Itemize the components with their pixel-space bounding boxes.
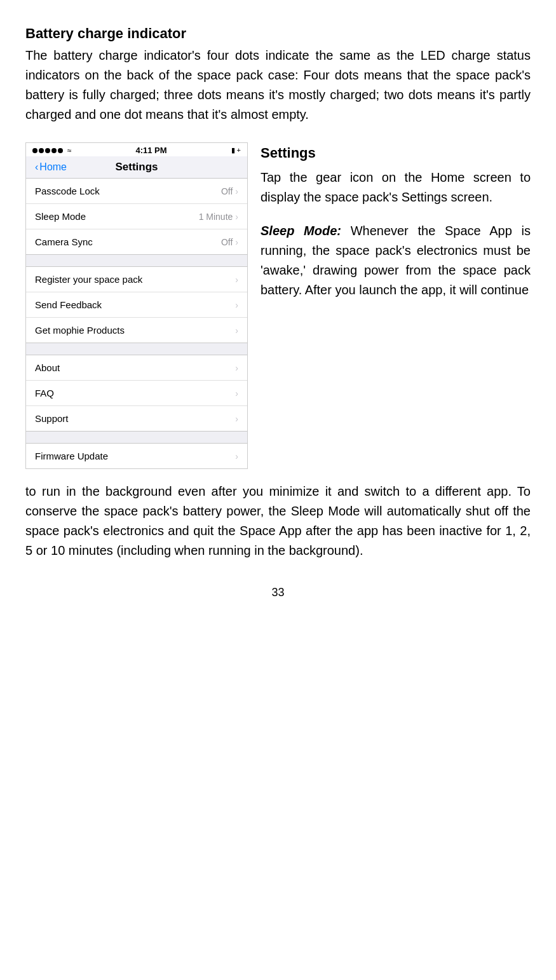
settings-group-3: About › FAQ › Support › bbox=[26, 355, 247, 431]
status-left: ≈ bbox=[32, 146, 72, 155]
settings-group-2: Register your space pack › Send Feedback… bbox=[26, 267, 247, 343]
dot-2 bbox=[39, 148, 44, 153]
phone-settings-list: Passcode Lock Off › Sleep Mode 1 Minute … bbox=[26, 179, 247, 468]
phone-back-link[interactable]: ‹ Home bbox=[35, 161, 67, 173]
back-chevron-icon: ‹ bbox=[35, 161, 38, 173]
chevron-icon: › bbox=[235, 186, 238, 196]
phone-screenshot: ≈ 4:11 PM ▮ + ‹ Home Settings bbox=[25, 142, 248, 469]
phone-nav-title: Settings bbox=[115, 161, 158, 174]
phone-status-bar: ≈ 4:11 PM ▮ + bbox=[26, 143, 247, 156]
row-faq[interactable]: FAQ › bbox=[26, 381, 247, 406]
row-firmware[interactable]: Firmware Update › bbox=[26, 444, 247, 468]
page-container: Battery charge indicator The battery cha… bbox=[0, 0, 556, 980]
right-col: Settings Tap the gear icon on the Home s… bbox=[261, 142, 531, 300]
row-about-value: › bbox=[235, 363, 238, 373]
row-firmware-label: Firmware Update bbox=[35, 451, 108, 461]
row-camera-sync-label: Camera Sync bbox=[35, 236, 93, 247]
row-camera-sync[interactable]: Camera Sync Off › bbox=[26, 229, 247, 254]
row-firmware-value: › bbox=[235, 451, 238, 461]
row-send-feedback[interactable]: Send Feedback › bbox=[26, 292, 247, 318]
row-register[interactable]: Register your space pack › bbox=[26, 267, 247, 292]
bottom-text: to run in the background even after you … bbox=[25, 482, 531, 561]
row-sleep-mode-label: Sleep Mode bbox=[35, 211, 86, 222]
chevron-icon-2: › bbox=[235, 212, 238, 222]
chevron-icon-10: › bbox=[235, 451, 238, 461]
dot-4 bbox=[51, 148, 57, 153]
battery-text: The battery charge indicator's four dots… bbox=[25, 46, 531, 125]
row-send-feedback-label: Send Feedback bbox=[35, 299, 102, 310]
chevron-icon-3: › bbox=[235, 237, 238, 247]
row-about[interactable]: About › bbox=[26, 355, 247, 381]
row-faq-value: › bbox=[235, 388, 238, 398]
battery-section: Battery charge indicator The battery cha… bbox=[25, 25, 531, 125]
row-support[interactable]: Support › bbox=[26, 406, 247, 431]
chevron-icon-9: › bbox=[235, 414, 238, 424]
settings-title: Settings bbox=[261, 142, 531, 164]
row-get-mophie[interactable]: Get mophie Products › bbox=[26, 318, 247, 343]
row-get-mophie-value: › bbox=[235, 325, 238, 336]
row-faq-label: FAQ bbox=[35, 388, 54, 398]
row-camera-sync-value: Off › bbox=[221, 237, 238, 247]
row-support-label: Support bbox=[35, 413, 69, 424]
two-col-section: ≈ 4:11 PM ▮ + ‹ Home Settings bbox=[25, 142, 531, 469]
sleep-mode-text: Sleep Mode: Whenever the Space App is ru… bbox=[261, 221, 531, 300]
settings-text: Tap the gear icon on the Home screen to … bbox=[261, 168, 531, 207]
row-register-value: › bbox=[235, 275, 238, 285]
wifi-icon: ≈ bbox=[67, 146, 72, 155]
section-gap-3 bbox=[26, 431, 247, 444]
page-number: 33 bbox=[25, 586, 531, 599]
row-get-mophie-label: Get mophie Products bbox=[35, 325, 125, 336]
row-passcode-lock-label: Passcode Lock bbox=[35, 186, 100, 196]
chevron-icon-4: › bbox=[235, 275, 238, 285]
settings-group-1: Passcode Lock Off › Sleep Mode 1 Minute … bbox=[26, 179, 247, 254]
status-dots bbox=[32, 148, 63, 153]
battery-title: Battery charge indicator bbox=[25, 25, 531, 42]
sleep-mode-label: Sleep Mode: bbox=[261, 224, 341, 238]
back-label: Home bbox=[39, 161, 67, 173]
row-about-label: About bbox=[35, 362, 60, 373]
dot-3 bbox=[45, 148, 50, 153]
status-battery: ▮ + bbox=[231, 146, 241, 154]
dot-5 bbox=[58, 148, 63, 153]
settings-group-4: Firmware Update › bbox=[26, 444, 247, 468]
chevron-icon-6: › bbox=[235, 325, 238, 336]
section-gap-1 bbox=[26, 254, 247, 267]
chevron-icon-5: › bbox=[235, 300, 238, 310]
row-support-value: › bbox=[235, 414, 238, 424]
row-passcode-lock[interactable]: Passcode Lock Off › bbox=[26, 179, 247, 204]
row-sleep-mode-value: 1 Minute › bbox=[199, 212, 238, 222]
chevron-icon-7: › bbox=[235, 363, 238, 373]
dot-1 bbox=[32, 148, 37, 153]
section-gap-2 bbox=[26, 343, 247, 355]
row-sleep-mode[interactable]: Sleep Mode 1 Minute › bbox=[26, 204, 247, 229]
status-time: 4:11 PM bbox=[135, 146, 166, 155]
row-send-feedback-value: › bbox=[235, 300, 238, 310]
phone-nav-bar: ‹ Home Settings bbox=[26, 156, 247, 179]
row-passcode-lock-value: Off › bbox=[221, 186, 238, 196]
chevron-icon-8: › bbox=[235, 388, 238, 398]
row-register-label: Register your space pack bbox=[35, 274, 142, 285]
battery-icon: ▮ + bbox=[231, 146, 241, 154]
